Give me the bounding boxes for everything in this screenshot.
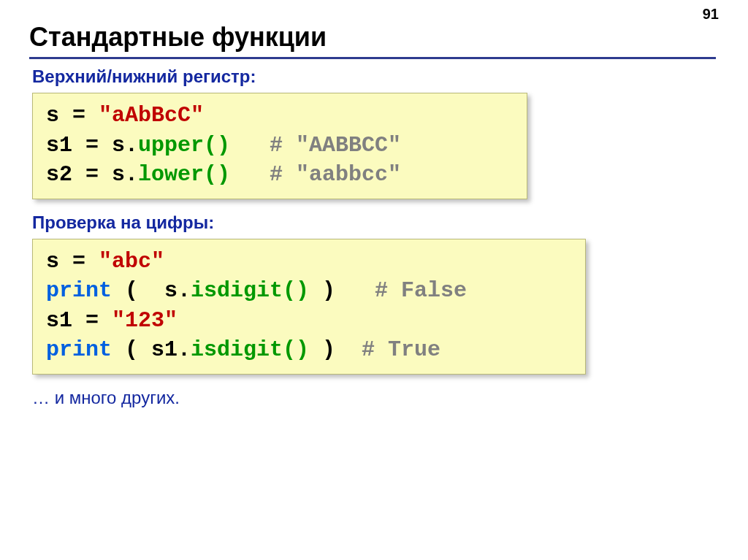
code-text: s = bbox=[46, 249, 99, 274]
code-string: "aAbBcC" bbox=[99, 103, 204, 128]
code-func: isdigit() bbox=[191, 278, 309, 303]
code-comment: # True bbox=[362, 337, 440, 362]
code-string: "123" bbox=[112, 308, 178, 333]
code-text: s1 = s. bbox=[46, 133, 138, 158]
code-comment: # "AABBCC" bbox=[270, 133, 401, 158]
code-func: upper() bbox=[138, 133, 230, 158]
code-comment: # "aabbcc" bbox=[270, 162, 401, 187]
code-func: isdigit() bbox=[191, 337, 309, 362]
page-number: 91 bbox=[703, 6, 719, 23]
code-text: ( s. bbox=[112, 278, 191, 303]
code-pad bbox=[230, 133, 270, 158]
code-keyword: print bbox=[46, 278, 112, 303]
code-pad bbox=[230, 162, 270, 187]
slide: 91 Стандартные функции Верхний/нижний ре… bbox=[0, 0, 748, 560]
section-label-case: Верхний/нижний регистр: bbox=[32, 66, 719, 87]
page-title: Стандартные функции bbox=[29, 22, 716, 59]
code-keyword: print bbox=[46, 337, 112, 362]
code-text: ( s1. bbox=[112, 337, 191, 362]
code-text: s1 = bbox=[46, 308, 112, 333]
code-comment: # False bbox=[375, 278, 467, 303]
code-text: ) bbox=[309, 337, 362, 362]
code-text: s2 = s. bbox=[46, 162, 138, 187]
section-label-digits: Проверка на цифры: bbox=[32, 212, 719, 233]
code-text: s = bbox=[46, 103, 99, 128]
code-func: lower() bbox=[138, 162, 230, 187]
code-block-digits: s = "abc" print ( s.isdigit() ) # False … bbox=[32, 239, 586, 375]
code-block-case: s = "aAbBcC" s1 = s.upper() # "AABBCC" s… bbox=[32, 93, 527, 199]
code-text: ) bbox=[309, 278, 375, 303]
trailer-text: … и много других. bbox=[32, 388, 719, 408]
code-string: "abc" bbox=[99, 249, 164, 274]
